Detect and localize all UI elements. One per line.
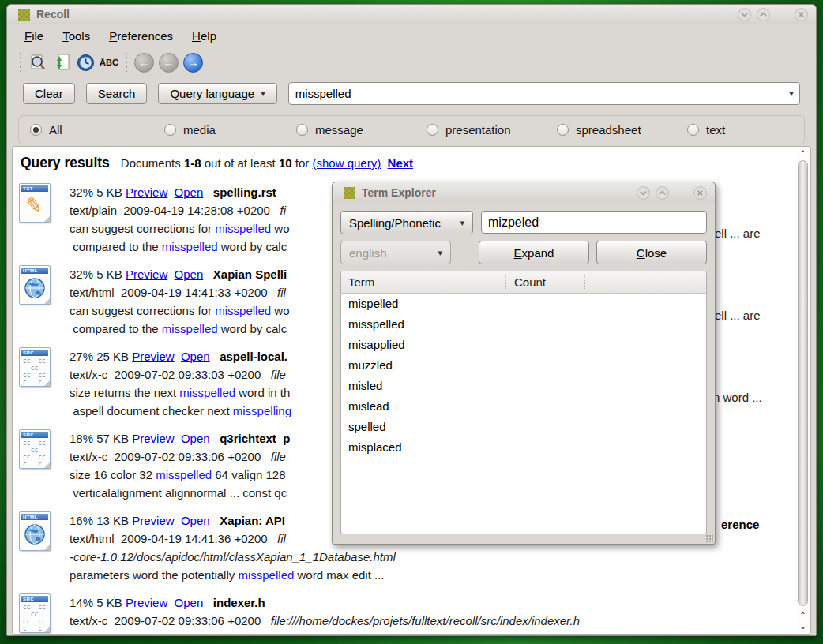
text-segment	[203, 185, 213, 199]
radio-icon[interactable]	[296, 124, 308, 136]
text-segment	[175, 432, 181, 445]
minimize-icon[interactable]	[738, 8, 751, 21]
menu-file[interactable]: File	[24, 29, 43, 43]
term-column-header[interactable]: Term	[341, 275, 505, 289]
text-segment: fil	[277, 532, 286, 545]
text-segment: text/x-c 2009-07-02 09:33:06 +0200	[70, 450, 271, 463]
results-scrollbar[interactable]: ⌃ ⌃ ⌄	[796, 148, 810, 633]
text-segment	[210, 350, 220, 363]
text-segment	[167, 268, 174, 281]
query-language-dropdown[interactable]: Query language ▾	[158, 83, 276, 104]
filter-radio-all[interactable]: All	[30, 123, 164, 137]
text-segment	[203, 268, 213, 281]
result-line: can suggest corrections for misspelled w…	[70, 219, 289, 238]
term-row[interactable]: spelled	[341, 417, 706, 437]
search-combo: ▾	[288, 82, 800, 105]
sort-by-dates-icon[interactable]	[50, 51, 73, 73]
dialog-title: Term Explorer	[362, 186, 436, 199]
radio-selected-icon[interactable]	[30, 124, 42, 136]
close-icon[interactable]	[693, 186, 707, 200]
show-query-link[interactable]: (show query)	[313, 156, 381, 170]
chevron-down-icon: ▾	[438, 249, 442, 257]
result-line: text/plain 2009-04-19 14:28:08 +0200 fi	[70, 201, 289, 219]
language-dropdown[interactable]: english ▾	[340, 241, 451, 264]
filter-radio-message[interactable]: message	[296, 123, 427, 137]
term-table-body: mispelledmisspelledmisappliedmuzzledmisl…	[341, 294, 706, 458]
menu-tools[interactable]: Tools	[62, 29, 90, 43]
term-row[interactable]: mislead	[341, 396, 706, 417]
term-row[interactable]: mispelled	[341, 294, 706, 314]
open-link[interactable]: Open	[175, 596, 204, 609]
open-link[interactable]: Open	[181, 432, 210, 445]
text-segment: parameters word the potentially	[70, 568, 238, 582]
term-row[interactable]: misled	[341, 376, 706, 396]
file-type-band: SRC	[21, 350, 48, 356]
open-link[interactable]: Open	[175, 185, 204, 199]
text-segment: misspelled	[215, 222, 271, 235]
preview-link[interactable]: Preview	[126, 596, 167, 609]
term-row[interactable]: misplaced	[341, 437, 706, 458]
expand-button[interactable]: Expand	[479, 241, 589, 264]
resize-grip-icon[interactable]	[705, 534, 713, 542]
scroll-up-icon[interactable]: ⌃	[796, 609, 810, 620]
term-explorer-title-bar[interactable]: Term Explorer	[333, 182, 715, 203]
preview-link[interactable]: Preview	[132, 514, 174, 527]
results-title: Query results	[21, 155, 110, 171]
next-link[interactable]: Next	[388, 156, 414, 170]
scroll-up-icon[interactable]: ⌃	[796, 148, 810, 159]
term-explorer-icon[interactable]: ÅBĈ	[97, 51, 121, 73]
open-link[interactable]: Open	[181, 350, 210, 363]
file-type-band: HTML	[21, 268, 48, 274]
preview-link[interactable]: Preview	[132, 350, 174, 363]
search-input[interactable]	[288, 82, 800, 105]
filter-radio-presentation[interactable]: presentation	[427, 123, 557, 137]
text-segment: 18% 57 KB	[70, 432, 132, 445]
first-page-icon[interactable]: ←	[134, 53, 154, 73]
filter-radio-text[interactable]: text	[687, 123, 766, 137]
title-bar[interactable]: Recoll	[7, 5, 816, 24]
count-column-header[interactable]: Count	[505, 275, 584, 289]
close-button[interactable]: Close	[596, 241, 707, 264]
maximize-icon[interactable]	[656, 186, 669, 200]
sort-by-date-clock-icon[interactable]	[73, 51, 97, 73]
preview-link[interactable]: Preview	[126, 268, 167, 281]
radio-icon[interactable]	[687, 124, 699, 136]
term-row[interactable]: misspelled	[341, 314, 706, 335]
clear-button[interactable]: Clear	[23, 83, 75, 104]
search-button[interactable]: Search	[86, 83, 148, 104]
text-segment: aspell document checker next	[70, 404, 233, 417]
minimize-icon[interactable]	[637, 186, 650, 200]
term-explorer-input[interactable]	[481, 211, 707, 234]
term-row[interactable]: muzzled	[341, 355, 706, 376]
result-row: SRCcc cc cc cc cc c c14% 5 KB Preview Op…	[13, 589, 810, 635]
preview-link[interactable]: Preview	[126, 185, 167, 199]
text-segment	[167, 185, 174, 199]
close-icon[interactable]	[795, 8, 808, 21]
filter-radio-spreadsheet[interactable]: spreadsheet	[557, 123, 687, 137]
combo-chevron-down-icon[interactable]: ▾	[789, 88, 794, 99]
term-row[interactable]: misapplied	[341, 335, 706, 355]
open-link[interactable]: Open	[175, 268, 204, 281]
scrollbar-thumb[interactable]	[798, 160, 808, 606]
text-segment: misspelled	[162, 240, 218, 253]
result-line: size 16 color 32 misspelled 64 valign 12…	[70, 466, 290, 484]
clear-search-icon[interactable]	[26, 51, 50, 73]
text-segment	[175, 514, 181, 527]
expand-mode-dropdown[interactable]: Spelling/Phonetic ▾	[340, 211, 473, 234]
open-link[interactable]: Open	[181, 514, 210, 527]
text-segment: file	[271, 450, 286, 463]
filter-radio-media[interactable]: media	[164, 123, 296, 137]
prev-page-icon[interactable]: ←	[159, 53, 179, 73]
radio-icon[interactable]	[427, 124, 438, 136]
filetype-filter-bar: Allmediamessagepresentationspreadsheette…	[18, 115, 805, 144]
next-page-icon[interactable]: →	[183, 53, 203, 73]
radio-icon[interactable]	[164, 124, 176, 136]
menu-preferences[interactable]: Preferences	[109, 29, 173, 43]
scroll-down-icon[interactable]: ⌄	[796, 620, 810, 631]
text-segment: fil	[277, 286, 286, 299]
term-table-header[interactable]: Term Count	[341, 271, 706, 294]
maximize-icon[interactable]	[757, 8, 770, 21]
menu-help[interactable]: Help	[192, 29, 216, 43]
radio-icon[interactable]	[557, 124, 569, 136]
preview-link[interactable]: Preview	[132, 432, 174, 445]
